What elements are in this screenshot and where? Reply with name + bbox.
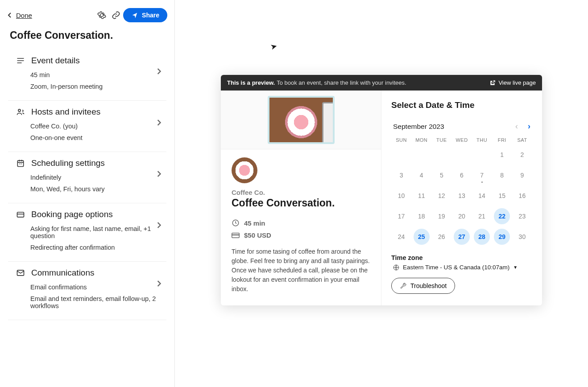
- calendar-day: 2: [512, 146, 532, 163]
- duration-row: 45 min: [232, 219, 370, 227]
- prev-month-button[interactable]: ‹: [515, 122, 518, 131]
- globe-icon: [393, 264, 399, 271]
- share-label: Share: [142, 12, 159, 19]
- calendar-day: [391, 146, 411, 163]
- section-line: Coffee Co. (you): [30, 120, 158, 132]
- dow-label: SAT: [512, 137, 532, 143]
- done-button[interactable]: Done: [7, 12, 32, 19]
- calendar-day: 11: [411, 187, 431, 204]
- timezone-value: Eastern Time - US & Canada (10:07am): [403, 264, 509, 271]
- caret-down-icon: ▼: [513, 265, 518, 270]
- view-live-label: View live page: [498, 79, 536, 86]
- link-icon: [112, 11, 120, 20]
- section[interactable]: Communications Email confirmationsEmail …: [8, 262, 166, 320]
- section-heading: Hosts and invitees: [31, 107, 100, 117]
- section-line: Email and text reminders, email follow-u…: [30, 293, 158, 312]
- clock-icon: [232, 219, 240, 227]
- section-heading: Scheduling settings: [31, 158, 105, 168]
- chevron-left-icon: [7, 12, 12, 18]
- share-button[interactable]: Share: [123, 8, 167, 22]
- calendar-day: [411, 146, 431, 163]
- editor-sidebar: Done Share Coffee Conversation. Event de…: [0, 0, 175, 387]
- dow-label: WED: [451, 137, 472, 143]
- select-date-title: Select a Date & Time: [391, 100, 532, 110]
- calendar-day-available[interactable]: 28: [472, 228, 492, 245]
- gear-icon: [97, 11, 106, 20]
- calendar-day: 3: [391, 167, 411, 184]
- calendar-day-available[interactable]: 27: [451, 228, 472, 245]
- done-label: Done: [16, 12, 32, 19]
- section-heading: Booking page options: [31, 210, 113, 219]
- event-info-pane: Coffee Co. Coffee Conversation. 45 min $…: [221, 91, 381, 305]
- section-line: 45 min: [30, 69, 158, 81]
- timezone-selector[interactable]: Eastern Time - US & Canada (10:07am) ▼: [391, 264, 532, 271]
- calendar-day: [472, 146, 492, 163]
- chevron-right-icon: [156, 280, 162, 287]
- event-description: Time for some tasing of coffee from arou…: [232, 247, 370, 294]
- calendar-day: 24: [391, 228, 411, 245]
- calendar-day: [451, 146, 472, 163]
- calendar-day: 20: [451, 208, 472, 225]
- section-heading: Communications: [31, 268, 95, 278]
- view-live-link[interactable]: View live page: [489, 79, 536, 86]
- dow-label: MON: [411, 137, 431, 143]
- svg-rect-2: [17, 212, 24, 217]
- copy-link-button[interactable]: [109, 8, 123, 22]
- section-icon: [16, 159, 25, 168]
- dow-label: TUE: [431, 137, 451, 143]
- calendar-day: 1: [492, 146, 512, 163]
- calendar-day: 17: [391, 208, 411, 225]
- host-name: Coffee Co.: [232, 189, 370, 196]
- section-icon: [16, 56, 25, 65]
- calendar-day: 18: [411, 208, 431, 225]
- dow-label: SUN: [391, 137, 411, 143]
- chevron-right-icon: [156, 119, 162, 126]
- month-label: September 2023: [393, 123, 444, 131]
- banner-bold: This is a preview.: [227, 79, 275, 86]
- hero-image: [221, 91, 381, 149]
- preview-banner: This is a preview. To book an event, sha…: [221, 75, 542, 91]
- section[interactable]: Scheduling settings IndefinitelyMon, Wed…: [8, 152, 166, 203]
- chevron-right-icon: [156, 222, 162, 228]
- price-value: $50 USD: [244, 231, 271, 239]
- calendar-day: 16: [512, 187, 532, 204]
- calendar-day-available[interactable]: 22: [492, 208, 512, 225]
- avatar: [232, 157, 257, 183]
- calendar-day: 19: [431, 208, 451, 225]
- svg-rect-1: [17, 161, 23, 166]
- section-icon: [16, 107, 25, 116]
- section-line: One-on-one event: [30, 132, 158, 144]
- calendar-day: 14: [472, 187, 492, 204]
- section[interactable]: Booking page options Asking for first na…: [8, 203, 166, 262]
- section-line: Mon, Wed, Fri, hours vary: [30, 183, 158, 195]
- calendar-day: 26: [431, 228, 451, 245]
- calendar-day: 10: [391, 187, 411, 204]
- troubleshoot-label: Troubleshoot: [410, 282, 447, 289]
- external-link-icon: [489, 80, 496, 86]
- calendar-day: [431, 146, 451, 163]
- chevron-right-icon: [156, 68, 162, 74]
- calendar-day: 4: [411, 167, 431, 184]
- section-icon: [16, 210, 25, 219]
- section-line: Indefinitely: [30, 172, 158, 183]
- calendar-day: 5: [431, 167, 451, 184]
- section[interactable]: Hosts and invitees Coffee Co. (you)One-o…: [8, 101, 166, 152]
- svg-rect-6: [232, 234, 240, 235]
- share-icon: [131, 12, 138, 19]
- dow-label: THU: [472, 137, 492, 143]
- banner-text: To book an event, share the link with yo…: [277, 79, 406, 86]
- next-month-button[interactable]: ›: [528, 122, 530, 131]
- calendar-day-available[interactable]: 25: [411, 228, 431, 245]
- calendar-pane: Select a Date & Time September 2023 ‹ › …: [381, 91, 542, 305]
- section[interactable]: Event details 45 minZoom, In-person meet…: [8, 49, 166, 101]
- event-name: Coffee Conversation.: [232, 197, 370, 209]
- chevron-right-icon: [156, 171, 162, 177]
- wrench-icon: [400, 282, 407, 289]
- calendar-day: 12: [431, 187, 451, 204]
- calendar-day-available[interactable]: 29: [492, 228, 512, 245]
- settings-button[interactable]: [95, 8, 109, 22]
- section-line: Redirecting after confirmation: [30, 242, 158, 253]
- calendar-day: 30: [512, 228, 532, 245]
- preview-area: This is a preview. To book an event, sha…: [175, 0, 588, 387]
- troubleshoot-button[interactable]: Troubleshoot: [391, 278, 455, 294]
